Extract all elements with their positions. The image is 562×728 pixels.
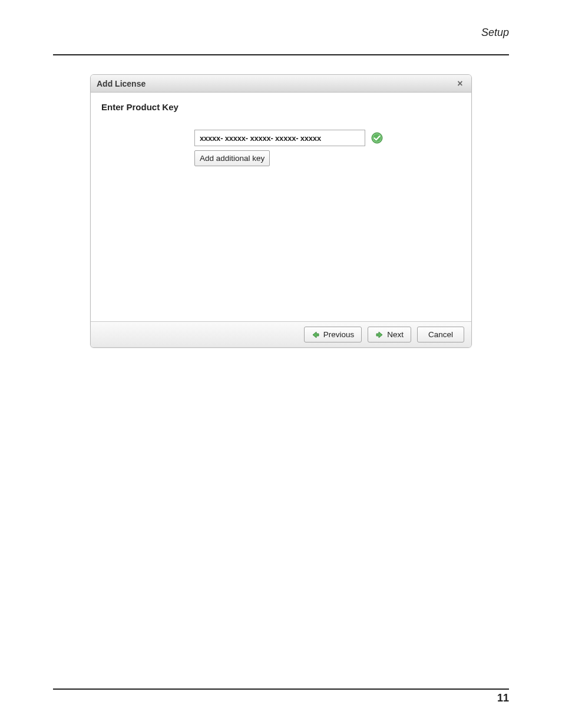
arrow-left-icon <box>312 331 320 339</box>
section-title: Enter Product Key <box>101 102 461 112</box>
dialog-footer: Previous Next Cancel <box>91 321 471 347</box>
dialog-title: Add License <box>97 79 146 88</box>
section-header-label: Setup <box>53 27 509 39</box>
arrow-right-icon <box>375 331 384 339</box>
horizontal-rule-bottom <box>53 689 509 690</box>
horizontal-rule-top <box>53 54 509 55</box>
page-header: Setup <box>53 27 509 55</box>
dialog-titlebar: Add License × <box>91 75 471 93</box>
close-icon[interactable]: × <box>455 79 465 88</box>
add-additional-key-button[interactable]: Add additional key <box>194 150 270 166</box>
next-button[interactable]: Next <box>368 327 411 342</box>
dialog-screenshot: Add License × Enter Product Key Add a <box>90 74 472 348</box>
dialog-body: Enter Product Key Add additional key <box>91 93 471 321</box>
page-number: 11 <box>53 692 509 704</box>
cancel-button[interactable]: Cancel <box>417 327 464 342</box>
checkmark-icon <box>371 132 383 144</box>
previous-button[interactable]: Previous <box>304 327 362 342</box>
document-page: Setup Add License × Enter Product Key <box>0 0 562 728</box>
next-button-label: Next <box>387 330 404 339</box>
add-license-dialog: Add License × Enter Product Key Add a <box>90 74 472 348</box>
product-key-input[interactable] <box>194 130 365 146</box>
page-footer: 11 <box>53 689 509 704</box>
svg-point-0 <box>372 133 382 143</box>
product-key-row <box>194 130 383 146</box>
previous-button-label: Previous <box>323 330 355 339</box>
